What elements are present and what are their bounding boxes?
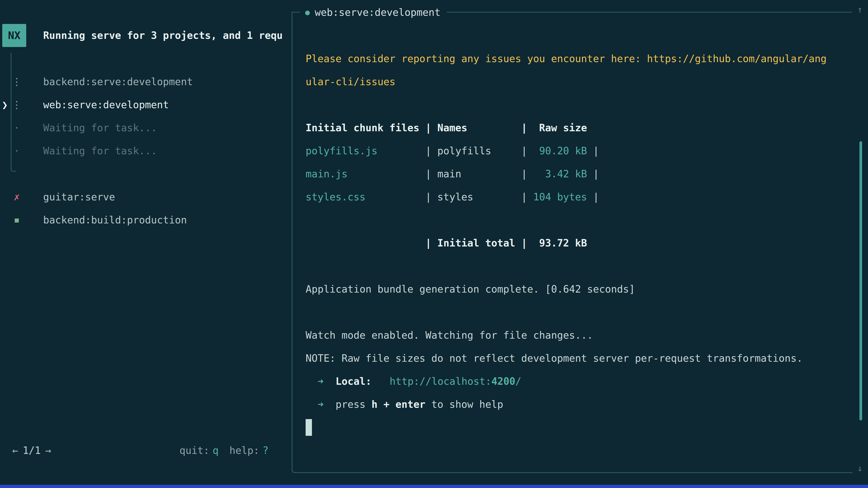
column-separator: | — [419, 145, 437, 157]
chunk-file: polyfills.js — [306, 145, 419, 157]
watch-mode-line: Watch mode enabled. Watching for file ch… — [306, 324, 852, 347]
task-label: Waiting for task... — [43, 139, 157, 162]
terminal-cursor — [306, 419, 312, 436]
local-url-line: ➜Local:http://localhost:4200/ — [306, 370, 852, 393]
bottom-accent-bar — [0, 485, 868, 488]
scroll-up-icon[interactable]: ↑ — [855, 3, 865, 16]
blank-line — [306, 208, 852, 232]
column-separator: | — [515, 145, 533, 157]
nx-terminal-ui: NX Running serve for 3 projects, and 1 r… — [0, 0, 868, 488]
terminal-task-title: web:serve:development — [315, 6, 440, 18]
task-row-waiting-2[interactable]: ·Waiting for task... — [0, 139, 289, 162]
row-end-separator: | — [587, 168, 599, 180]
waiting-dot-icon: · — [11, 139, 23, 162]
chunk-size: 3.42 kB — [533, 168, 587, 180]
port-number: 4200 — [491, 376, 515, 387]
cursor-line — [306, 416, 852, 439]
chunk-name: main — [437, 168, 515, 180]
chunk-name: polyfills — [437, 145, 515, 157]
quit-key: q — [213, 445, 219, 456]
local-url[interactable]: http://localhost:4200/ — [390, 376, 521, 387]
border-segment — [291, 12, 300, 13]
help-keys: h + enter — [371, 398, 425, 410]
task-row-guitar-serve[interactable]: ✗guitar:serve — [0, 186, 289, 208]
chunk-file: styles.css — [306, 191, 419, 203]
sidebar-title: Running serve for 3 projects, and 1 requ — [43, 24, 283, 47]
column-separator: | — [419, 168, 437, 180]
waiting-dot-icon: · — [11, 116, 23, 139]
scroll-down-icon[interactable]: ↓ — [855, 461, 865, 475]
task-label: backend:build:production — [43, 208, 187, 232]
terminal-panel-header: ● web:serve:development — [291, 1, 852, 24]
blank-line — [306, 93, 852, 116]
task-label: backend:serve:development — [43, 70, 193, 93]
arrow-icon: ➜ — [318, 376, 324, 387]
local-label: Local: — [336, 376, 372, 387]
blank-line — [306, 301, 852, 324]
terminal-output: Please consider reporting any issues you… — [292, 12, 852, 439]
help-hint-line: ➜press h + enter to show help — [306, 393, 852, 416]
chunk-size: 104 bytes — [533, 191, 587, 203]
border-segment — [447, 12, 852, 13]
nx-logo: NX — [2, 24, 26, 47]
task-label: web:serve:development — [43, 93, 169, 116]
chunk-name: styles — [437, 191, 515, 203]
row-end-separator: | — [587, 145, 599, 157]
note-line: NOTE: Raw file sizes do not reflect deve… — [306, 347, 852, 370]
selected-arrow-icon: ❯ — [2, 93, 8, 116]
failed-x-icon: ✗ — [11, 186, 23, 208]
arrow-icon: ➜ — [318, 398, 324, 410]
chunk-row-polyfills: polyfills.js | polyfills | 90.20 kB | — [306, 139, 852, 162]
terminal-panel: ● web:serve:development Please consider … — [291, 12, 852, 473]
chunk-size: 90.20 kB — [533, 145, 587, 157]
spinner-icon: ⋮ — [11, 93, 23, 116]
success-square-icon: ■ — [11, 208, 23, 232]
task-label: Waiting for task... — [43, 116, 157, 139]
bundle-complete-line: Application bundle generation complete. … — [306, 278, 852, 301]
help-hint-label: help: — [229, 445, 259, 456]
column-separator: | — [515, 168, 533, 180]
chunk-row-main: main.js | main | 3.42 kB | — [306, 162, 852, 186]
warning-line-1: Please consider reporting any issues you… — [306, 47, 852, 70]
blank-line — [306, 255, 852, 278]
row-end-separator: | — [587, 191, 599, 203]
scrollbar-thumb[interactable] — [860, 141, 862, 420]
task-list: ⋮backend:serve:development ❯⋮web:serve:d… — [0, 70, 289, 232]
keyboard-hints: quit:qhelp:? — [0, 439, 269, 462]
column-separator: | — [419, 191, 437, 203]
task-row-waiting-1[interactable]: ·Waiting for task... — [0, 116, 289, 139]
task-row-web-serve[interactable]: ❯⋮web:serve:development — [0, 93, 289, 116]
chunk-row-styles: styles.css | styles | 104 bytes | — [306, 186, 852, 208]
column-separator: | — [515, 191, 533, 203]
spinner-icon: ⋮ — [11, 70, 23, 93]
quit-hint-label: quit: — [180, 445, 209, 456]
warning-line-2: ular-cli/issues — [306, 70, 852, 93]
chunk-file: main.js — [306, 168, 419, 180]
help-key: ? — [263, 445, 269, 456]
running-status-icon: ● — [305, 8, 310, 17]
task-label: guitar:serve — [43, 186, 115, 208]
task-row-backend-build[interactable]: ■backend:build:production — [0, 208, 289, 232]
initial-total-row: | Initial total | 93.72 kB — [306, 232, 852, 255]
chunk-table-header: Initial chunk files | Names | Raw size — [306, 116, 852, 139]
task-row-backend-serve[interactable]: ⋮backend:serve:development — [0, 70, 289, 93]
